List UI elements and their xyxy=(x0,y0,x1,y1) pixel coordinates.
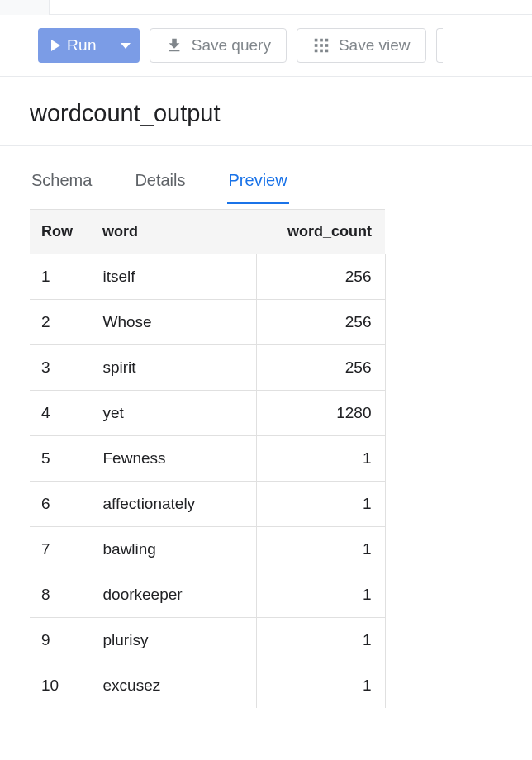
svg-rect-1 xyxy=(320,39,323,42)
save-view-button[interactable]: Save view xyxy=(297,28,426,63)
svg-rect-7 xyxy=(320,50,323,53)
cell-row: 6 xyxy=(30,482,93,527)
cell-word: spirit xyxy=(93,345,256,391)
tabs: Schema Details Preview xyxy=(0,146,532,204)
table-row: 10excusez1 xyxy=(30,663,385,709)
cell-row: 7 xyxy=(30,527,93,572)
chevron-down-icon xyxy=(121,43,131,49)
cell-word-count: 1 xyxy=(256,482,385,527)
run-button[interactable]: Run xyxy=(38,28,112,63)
table-row: 8doorkeeper1 xyxy=(30,572,385,618)
save-view-label: Save view xyxy=(339,36,411,55)
cell-word-count: 256 xyxy=(256,300,385,345)
tab-details[interactable]: Details xyxy=(133,171,187,204)
save-query-label: Save query xyxy=(192,36,271,55)
table-row: 9plurisy1 xyxy=(30,618,385,663)
cell-row: 1 xyxy=(30,254,93,300)
cell-word: Fewness xyxy=(93,436,256,482)
svg-rect-3 xyxy=(315,44,318,47)
cell-word: plurisy xyxy=(93,618,256,663)
cell-word: bawling xyxy=(93,527,256,572)
run-dropdown-button[interactable] xyxy=(112,28,140,63)
cell-word-count: 1 xyxy=(256,572,385,618)
svg-rect-2 xyxy=(325,39,328,42)
page-title: wordcount_output xyxy=(30,100,532,127)
cell-word-count: 1280 xyxy=(256,391,385,436)
cell-row: 2 xyxy=(30,300,93,345)
cell-word: doorkeeper xyxy=(93,572,256,618)
preview-table: Row word word_count 1itself2562Whose2563… xyxy=(30,209,386,708)
cell-word-count: 1 xyxy=(256,527,385,572)
button-stub[interactable] xyxy=(436,28,443,63)
preview-table-wrap: Row word word_count 1itself2562Whose2563… xyxy=(0,204,532,708)
cell-row: 9 xyxy=(30,618,93,663)
cell-row: 8 xyxy=(30,572,93,618)
svg-rect-6 xyxy=(315,50,318,53)
svg-rect-8 xyxy=(325,50,328,53)
toolbar: Run Save query Save view xyxy=(0,15,532,77)
col-word: word xyxy=(93,210,256,254)
cell-word-count: 1 xyxy=(256,618,385,663)
editor-tab-stub[interactable] xyxy=(0,0,50,15)
table-row: 7bawling1 xyxy=(30,527,385,572)
save-query-button[interactable]: Save query xyxy=(150,28,287,63)
table-icon xyxy=(312,36,330,55)
tab-strip-stub xyxy=(0,0,532,15)
tab-schema[interactable]: Schema xyxy=(30,171,93,204)
table-row: 5Fewness1 xyxy=(30,436,385,482)
cell-word: Whose xyxy=(93,300,256,345)
title-bar: wordcount_output xyxy=(0,77,532,146)
cell-word: yet xyxy=(93,391,256,436)
table-header-row: Row word word_count xyxy=(30,210,385,254)
cell-row: 3 xyxy=(30,345,93,391)
cell-word-count: 1 xyxy=(256,663,385,709)
cell-word-count: 256 xyxy=(256,345,385,391)
svg-rect-0 xyxy=(315,39,318,42)
cell-word: itself xyxy=(93,254,256,300)
run-label: Run xyxy=(67,36,97,55)
cell-row: 10 xyxy=(30,663,93,709)
table-row: 6affectionately1 xyxy=(30,482,385,527)
cell-word-count: 1 xyxy=(256,436,385,482)
cell-word-count: 256 xyxy=(256,254,385,300)
cell-row: 5 xyxy=(30,436,93,482)
table-row: 3spirit256 xyxy=(30,345,385,391)
svg-rect-4 xyxy=(320,44,323,47)
table-row: 4yet1280 xyxy=(30,391,385,436)
play-icon xyxy=(51,40,60,51)
download-icon xyxy=(165,36,183,55)
cell-word: affectionately xyxy=(93,482,256,527)
table-row: 1itself256 xyxy=(30,254,385,300)
run-button-group: Run xyxy=(38,28,140,63)
cell-word: excusez xyxy=(93,663,256,709)
col-row: Row xyxy=(30,210,93,254)
cell-row: 4 xyxy=(30,391,93,436)
svg-rect-5 xyxy=(325,44,328,47)
table-row: 2Whose256 xyxy=(30,300,385,345)
col-word-count: word_count xyxy=(256,210,385,254)
tab-preview[interactable]: Preview xyxy=(227,171,289,204)
